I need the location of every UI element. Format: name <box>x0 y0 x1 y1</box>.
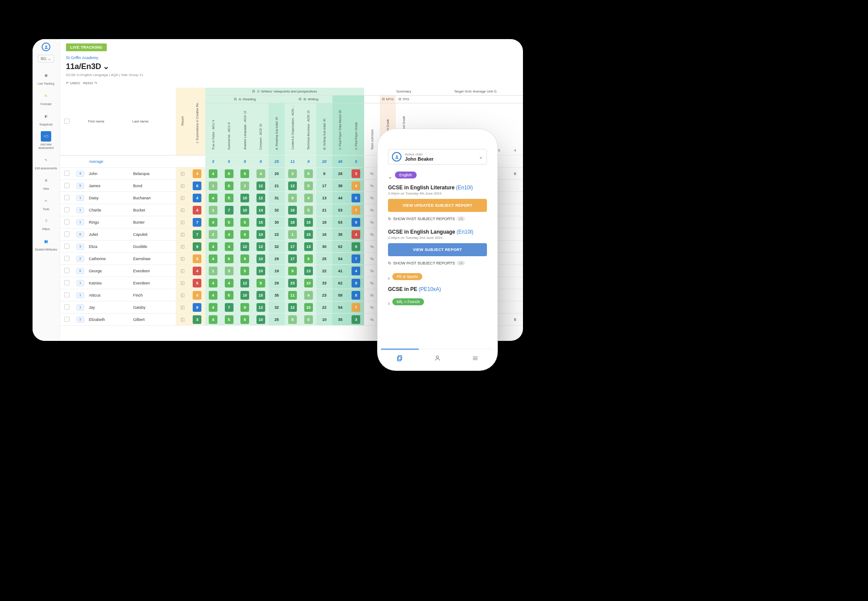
score-cell[interactable]: 5 <box>348 192 364 204</box>
score-cell[interactable]: 9 <box>348 241 364 253</box>
paper1-cell[interactable]: 9 <box>189 241 205 253</box>
score-cell[interactable]: 4 <box>205 314 221 326</box>
subject-pe-toggle[interactable]: ›PE & Sports <box>388 273 487 284</box>
nav-add-assessment[interactable]: +▢Add new assessment <box>33 129 59 152</box>
col-head[interactable]: Technical Accuracy - AO6/ 16 <box>300 103 316 155</box>
score-cell[interactable]: 15 <box>300 216 316 228</box>
score-cell[interactable]: 9 <box>253 277 269 289</box>
report-icon[interactable]: ◱ <box>181 256 184 261</box>
score-cell[interactable]: 6 <box>237 168 253 180</box>
score-cell[interactable]: 10 <box>300 277 316 289</box>
score-cell[interactable]: 6 <box>221 289 237 301</box>
score-cell[interactable]: 5 <box>300 180 316 192</box>
score-cell[interactable]: 10 <box>237 204 253 216</box>
tab-menu[interactable] <box>456 349 494 367</box>
score-cell[interactable]: 15 <box>253 216 269 228</box>
score-cell[interactable]: 16 <box>285 204 301 216</box>
score-cell[interactable]: 12 <box>237 241 253 253</box>
paper1-cell[interactable]: 9 <box>189 301 205 314</box>
score-cell[interactable]: 2 <box>205 228 221 241</box>
score-cell[interactable]: 5 <box>237 265 253 277</box>
score-cell[interactable]: 12 <box>285 180 301 192</box>
score-cell[interactable]: 4 <box>205 241 221 253</box>
score-cell[interactable]: 5 <box>221 216 237 228</box>
score-cell[interactable]: 13 <box>300 265 316 277</box>
report-icon[interactable]: ◱ <box>181 208 184 212</box>
select-all-checkbox[interactable] <box>64 119 69 124</box>
show-past-reports-lang[interactable]: ↻SHOW PAST SUBJECT REPORTS(3) <box>388 261 487 265</box>
score-cell[interactable]: 1 <box>285 228 301 241</box>
score-cell[interactable]: 9 <box>237 301 253 314</box>
paper1-cell[interactable]: 4 <box>189 204 205 216</box>
score-cell[interactable]: 3 <box>285 168 301 180</box>
report-icon[interactable]: ◱ <box>181 183 184 188</box>
paper1-cell[interactable]: 4 <box>189 289 205 301</box>
score-cell[interactable]: 12 <box>253 180 269 192</box>
col-head[interactable]: Analyse Language - AO2/ 12 <box>237 103 253 155</box>
score-cell[interactable]: 4 <box>348 228 364 241</box>
tab-reports[interactable] <box>381 349 419 367</box>
score-cell[interactable]: 5 <box>285 314 301 326</box>
score-cell[interactable]: 10 <box>253 265 269 277</box>
score-cell[interactable]: 23 <box>285 277 301 289</box>
score-cell[interactable]: 4 <box>205 301 221 314</box>
col-mtg[interactable]: ⊟ MTG <box>380 96 396 103</box>
active-child-selector[interactable]: Active child John Beaker ⌄ <box>388 149 487 165</box>
user-avatar-icon[interactable] <box>42 43 50 51</box>
paper1-cell[interactable]: 4 <box>189 192 205 204</box>
view-updated-report-button[interactable]: VIEW UPDATED SUBJECT REPORT <box>388 199 487 212</box>
nav-forecast[interactable]: ⛅Forecast <box>33 88 59 109</box>
report-icon[interactable]: ◱ <box>181 305 184 310</box>
score-cell[interactable]: 7 <box>348 253 364 265</box>
score-cell[interactable]: 4 <box>205 216 221 228</box>
score-cell[interactable]: 5 <box>300 204 316 216</box>
score-cell[interactable]: 15 <box>300 228 316 241</box>
score-cell[interactable]: 12 <box>285 301 301 314</box>
score-cell[interactable]: 6 <box>237 216 253 228</box>
score-cell[interactable]: 6 <box>221 253 237 265</box>
report-icon[interactable]: ◱ <box>181 281 184 285</box>
row-checkbox[interactable] <box>64 268 69 273</box>
score-cell[interactable]: 10 <box>237 289 253 301</box>
score-cell[interactable]: 6 <box>237 314 253 326</box>
report-icon[interactable]: ◱ <box>181 317 184 322</box>
score-cell[interactable]: 12 <box>237 277 253 289</box>
col-head[interactable]: Topic summary <box>364 103 380 155</box>
score-cell[interactable]: 4 <box>300 192 316 204</box>
subject-mfl-toggle[interactable]: ›MfL > French <box>388 298 487 309</box>
row-checkbox[interactable] <box>64 231 69 237</box>
report-icon[interactable]: ◱ <box>181 220 184 225</box>
score-cell[interactable]: 12 <box>253 192 269 204</box>
col-head[interactable]: B: Writing Sub-total/ 40 <box>316 103 332 155</box>
class-selector[interactable]: 11a/En3D⌄ <box>66 62 155 71</box>
score-cell[interactable]: 8 <box>300 253 316 265</box>
score-cell[interactable]: 7 <box>221 301 237 314</box>
row-checkbox[interactable] <box>64 280 69 285</box>
report-icon[interactable]: ◱ <box>181 171 184 176</box>
score-cell[interactable]: 9 <box>348 216 364 228</box>
score-cell[interactable]: 4 <box>221 241 237 253</box>
score-cell[interactable]: 10 <box>237 192 253 204</box>
col-head[interactable]: Content & Organisation - AO5/… <box>285 103 301 155</box>
paper1-cell[interactable]: 7 <box>189 228 205 241</box>
score-cell[interactable]: 14 <box>253 204 269 216</box>
view-report-button[interactable]: VIEW SUBJECT REPORT <box>388 243 487 256</box>
col-head[interactable]: A: Reading Sub-total/ 40 <box>269 103 285 155</box>
score-cell[interactable]: 7 <box>348 204 364 216</box>
nav-student-attributes[interactable]: 👥Student Attributes <box>33 234 59 254</box>
score-cell[interactable]: 12 <box>253 301 269 314</box>
score-cell[interactable]: 6 <box>237 228 253 241</box>
paper1-cell[interactable]: 3 <box>189 314 205 326</box>
score-cell[interactable]: 1 <box>205 204 221 216</box>
bg-selector[interactable]: BG⌄ <box>38 55 54 63</box>
col-head[interactable]: True or False - AO1/ 4 <box>205 103 221 155</box>
score-cell[interactable]: 3 <box>348 168 364 180</box>
score-cell[interactable]: 13 <box>300 241 316 253</box>
nav-view[interactable]: ☰View <box>33 173 59 193</box>
score-cell[interactable]: 18 <box>285 216 301 228</box>
row-checkbox[interactable] <box>64 292 69 297</box>
col-head[interactable]: Summarise - AO1/ 8 <box>221 103 237 155</box>
nav-tools[interactable]: ✂Tools <box>33 193 59 214</box>
col-tpg[interactable]: ⊟ TPG <box>396 96 412 103</box>
group-writing[interactable]: ⊟ B: Writing <box>285 96 332 103</box>
